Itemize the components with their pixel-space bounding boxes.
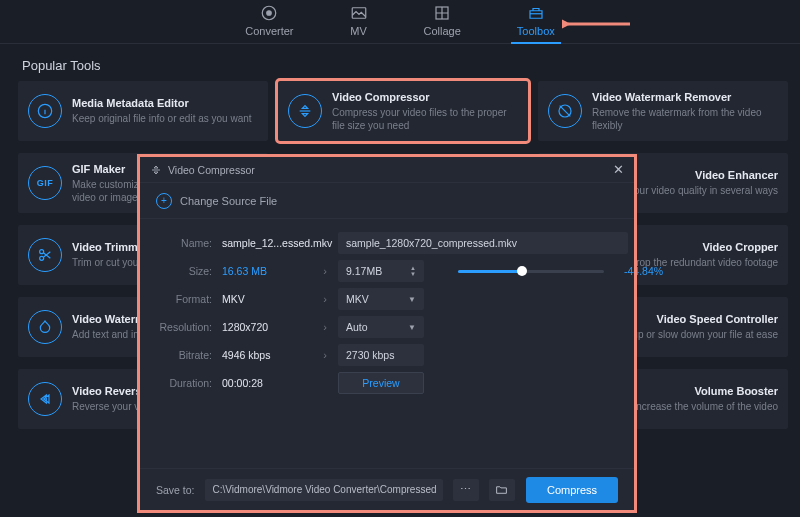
- target-icon: [260, 4, 278, 22]
- value-name-short: sample_12...essed.mkv: [222, 237, 312, 249]
- chevron-right-icon: ›: [312, 237, 338, 249]
- card-title: Video Watermark Remover: [592, 91, 778, 103]
- nav-toolbox[interactable]: Toolbox: [511, 4, 561, 43]
- nav-collage[interactable]: Collage: [418, 4, 467, 43]
- nav-mv[interactable]: MV: [344, 4, 374, 43]
- value-size-orig: 16.63 MB: [222, 265, 312, 277]
- label-duration: Duration:: [140, 377, 222, 389]
- format-select-value: MKV: [346, 293, 369, 305]
- stepper-arrows-icon[interactable]: ▲▼: [410, 265, 416, 277]
- card-title: Media Metadata Editor: [72, 97, 252, 109]
- top-nav-bar: Converter MV Collage Toolbox: [0, 0, 800, 44]
- compress-icon: [288, 94, 322, 128]
- row-bitrate: Bitrate: 4946 kbps › 2730 kbps: [140, 341, 634, 369]
- save-path-value: C:\Vidmore\Vidmore Video Converter\Compr…: [213, 484, 437, 495]
- row-format: Format: MKV › MKV▼: [140, 285, 634, 313]
- target-size-value: 9.17MB: [346, 265, 382, 277]
- row-duration: Duration: 00:00:28 Preview: [140, 369, 634, 397]
- resolution-select[interactable]: Auto▼: [338, 316, 424, 338]
- nav-label: Collage: [424, 25, 461, 37]
- label-format: Format:: [140, 293, 222, 305]
- chevron-down-icon: ▼: [408, 295, 416, 304]
- card-desc: Increase the volume of the video: [633, 400, 778, 413]
- svg-point-8: [40, 256, 44, 260]
- nav-converter[interactable]: Converter: [239, 4, 299, 43]
- nav-label: Converter: [245, 25, 293, 37]
- slider-knob[interactable]: [517, 266, 527, 276]
- label-bitrate: Bitrate:: [140, 349, 222, 361]
- svg-point-7: [40, 250, 44, 254]
- card-video-watermark-remover[interactable]: Video Watermark RemoverRemove the waterm…: [538, 81, 788, 141]
- output-name-value: sample_1280x720_compressed.mkv: [346, 237, 517, 249]
- svg-point-1: [267, 11, 272, 16]
- label-size: Size:: [140, 265, 222, 277]
- compress-button[interactable]: Compress: [526, 477, 618, 503]
- close-icon[interactable]: ✕: [613, 162, 624, 177]
- open-folder-button[interactable]: [489, 479, 515, 501]
- save-to-label: Save to:: [156, 484, 195, 496]
- more-options-button[interactable]: ⋯: [453, 479, 479, 501]
- row-name: Name: sample_12...essed.mkv › sample_128…: [140, 229, 634, 257]
- chevron-down-icon: ▼: [408, 323, 416, 332]
- section-title: Popular Tools: [0, 44, 800, 81]
- label-resolution: Resolution:: [140, 321, 222, 333]
- nav-label: Toolbox: [517, 25, 555, 37]
- watermark-icon: [28, 310, 62, 344]
- folder-icon: [495, 483, 508, 496]
- card-title: Video Compressor: [332, 91, 518, 103]
- size-slider[interactable]: [458, 270, 604, 273]
- output-name-input[interactable]: sample_1280x720_compressed.mkv: [338, 232, 628, 254]
- card-title: Volume Booster: [633, 385, 778, 397]
- preview-button-label: Preview: [362, 377, 399, 389]
- preview-button[interactable]: Preview: [338, 372, 424, 394]
- plus-icon: +: [156, 193, 172, 209]
- target-bitrate-field[interactable]: 2730 kbps: [338, 344, 424, 366]
- dialog-title-text: Video Compressor: [168, 164, 255, 176]
- annotation-arrow: [562, 18, 632, 30]
- reverse-icon: [28, 382, 62, 416]
- card-media-metadata-editor[interactable]: Media Metadata EditorKeep original file …: [18, 81, 268, 141]
- video-compressor-dialog: Video Compressor ✕ + Change Source File …: [140, 157, 634, 510]
- dialog-titlebar: Video Compressor ✕: [140, 157, 634, 183]
- card-desc: Compress your video files to the proper …: [332, 106, 518, 132]
- toolbox-icon: [527, 4, 545, 22]
- compress-button-label: Compress: [547, 484, 597, 496]
- gif-icon: GIF: [28, 166, 62, 200]
- format-select[interactable]: MKV▼: [338, 288, 424, 310]
- save-path-field[interactable]: C:\Vidmore\Vidmore Video Converter\Compr…: [205, 479, 443, 501]
- grid-icon: [433, 4, 451, 22]
- chevron-right-icon: ›: [312, 321, 338, 333]
- scissors-icon: [28, 238, 62, 272]
- resolution-select-value: Auto: [346, 321, 368, 333]
- compressor-form: Name: sample_12...essed.mkv › sample_128…: [140, 219, 634, 468]
- value-duration: 00:00:28: [222, 377, 312, 389]
- chevron-right-icon: ›: [312, 293, 338, 305]
- value-bitrate: 4946 kbps: [222, 349, 312, 361]
- card-desc: Remove the watermark from the video flex…: [592, 106, 778, 132]
- value-format: MKV: [222, 293, 312, 305]
- remove-watermark-icon: [548, 94, 582, 128]
- compress-icon: [150, 164, 162, 176]
- row-size: Size: 16.63 MB › 9.17MB ▲▼ -44.84%: [140, 257, 634, 285]
- card-video-compressor[interactable]: Video CompressorCompress your video file…: [278, 81, 528, 141]
- change-source-label: Change Source File: [180, 195, 277, 207]
- label-name: Name:: [140, 237, 222, 249]
- card-title: Video Cropper: [629, 241, 778, 253]
- change-source-file-button[interactable]: + Change Source File: [140, 183, 634, 219]
- slider-fill: [458, 270, 522, 273]
- row-resolution: Resolution: 1280x720 › Auto▼: [140, 313, 634, 341]
- target-bitrate-value: 2730 kbps: [346, 349, 394, 361]
- target-size-stepper[interactable]: 9.17MB ▲▼: [338, 260, 424, 282]
- picture-icon: [350, 4, 368, 22]
- nav-label: MV: [350, 25, 367, 37]
- card-desc: Keep original file info or edit as you w…: [72, 112, 252, 125]
- save-bar: Save to: C:\Vidmore\Vidmore Video Conver…: [140, 468, 634, 510]
- size-reduction-percent: -44.84%: [624, 265, 663, 277]
- video-compressor-dialog-highlight: Video Compressor ✕ + Change Source File …: [140, 157, 634, 510]
- value-resolution: 1280x720: [222, 321, 312, 333]
- ellipsis-icon: ⋯: [460, 483, 471, 496]
- info-icon: [28, 94, 62, 128]
- chevron-right-icon: ›: [312, 265, 338, 277]
- chevron-right-icon: ›: [312, 349, 338, 361]
